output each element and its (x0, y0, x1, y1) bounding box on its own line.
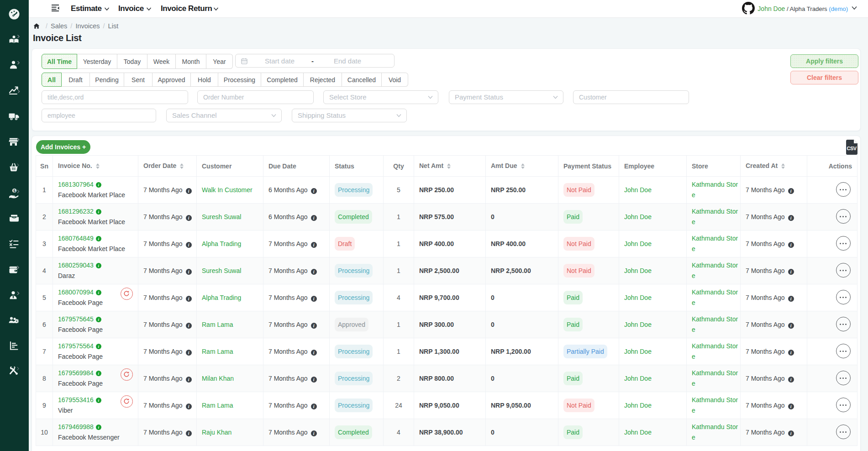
svg-text:CSV: CSV (847, 146, 857, 151)
svg-text:$: $ (13, 189, 16, 193)
